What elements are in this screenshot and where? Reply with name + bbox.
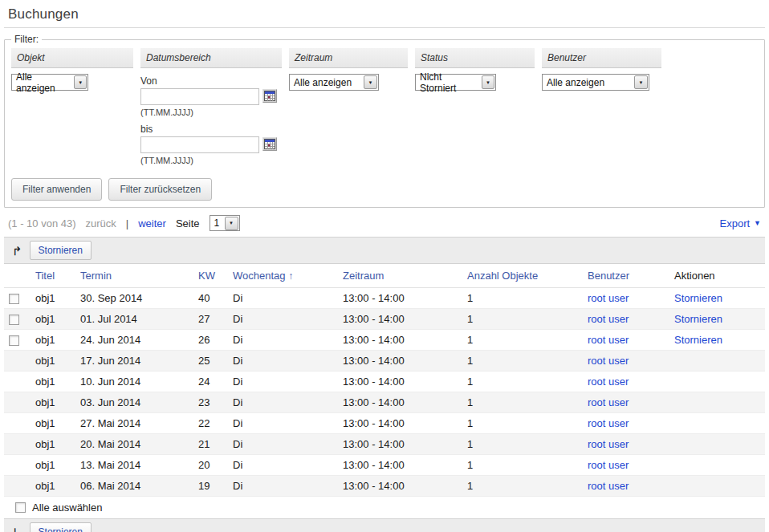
cell-anzahl: 1 xyxy=(462,330,583,351)
benutzer-link[interactable]: root user xyxy=(588,438,629,450)
table-row: obj1 17. Jun 2014 25 Di 13:00 - 14:00 1 … xyxy=(4,351,765,372)
cell-checkbox xyxy=(4,288,31,309)
benutzer-link[interactable]: root user xyxy=(588,459,629,471)
calendar-icon[interactable] xyxy=(262,137,277,151)
cell-checkbox xyxy=(4,372,31,392)
header-benutzer[interactable]: Benutzer xyxy=(583,264,669,288)
cell-titel: obj1 xyxy=(31,330,75,351)
status-select[interactable]: Nicht Storniert ▼ xyxy=(415,74,496,91)
objekt-select-value: Alle anzeigen xyxy=(16,71,69,94)
cell-zeitraum: 13:00 - 14:00 xyxy=(338,330,462,351)
select-all-checkbox[interactable] xyxy=(15,502,26,513)
header-checkbox-spacer xyxy=(4,264,31,288)
cell-benutzer: root user xyxy=(583,413,669,434)
filter-apply-button[interactable]: Filter anwenden xyxy=(11,178,102,201)
row-stornieren-link[interactable]: Stornieren xyxy=(674,292,722,304)
zeitraum-select[interactable]: Alle anzeigen ▼ xyxy=(289,74,379,91)
stornieren-bottom-button[interactable]: Stornieren xyxy=(30,522,92,532)
pagination-separator: | xyxy=(126,217,128,229)
filter-col-zeitraum-header: Zeitraum xyxy=(289,48,408,68)
benutzer-select-value: Alle anzeigen xyxy=(547,77,604,88)
date-from-input[interactable] xyxy=(140,88,259,105)
page-title: Buchungen xyxy=(8,6,761,22)
filter-col-benutzer: Benutzer Alle anzeigen ▼ xyxy=(542,48,661,91)
filter-col-status: Status Nicht Storniert ▼ xyxy=(415,48,535,91)
chevron-down-icon: ▼ xyxy=(74,75,87,89)
benutzer-link[interactable]: root user xyxy=(588,334,629,346)
date-to-input[interactable] xyxy=(140,136,259,153)
calendar-icon[interactable] xyxy=(262,89,277,103)
cell-checkbox xyxy=(4,413,31,434)
cell-titel: obj1 xyxy=(31,455,75,476)
benutzer-link[interactable]: root user xyxy=(588,313,629,325)
select-all-label: Alle auswählen xyxy=(32,502,102,514)
table-row: obj1 27. Mai 2014 22 Di 13:00 - 14:00 1 … xyxy=(4,413,765,434)
benutzer-link[interactable]: root user xyxy=(588,355,629,367)
filter-col-zeitraum: Zeitraum Alle anzeigen ▼ xyxy=(289,48,408,91)
apply-to-selection-top-icon: ↱ xyxy=(12,245,22,257)
cell-benutzer: root user xyxy=(583,351,669,372)
date-to-format-hint: (TT.MM.JJJJ) xyxy=(140,156,282,165)
cell-anzahl: 1 xyxy=(462,288,583,309)
bookings-table-block: ↱ Stornieren Titel Termin KW Wochentag ↑ xyxy=(4,237,765,532)
filter-columns: Objekt Alle anzeigen ▼ Datumsbereich Von xyxy=(11,48,758,170)
cell-wochentag: Di xyxy=(228,413,338,434)
header-zeitraum[interactable]: Zeitraum xyxy=(338,264,462,288)
cell-benutzer: root user xyxy=(583,330,669,351)
date-from-label: Von xyxy=(140,75,282,87)
benutzer-link[interactable]: root user xyxy=(588,396,629,408)
filter-reset-button[interactable]: Filter zurücksetzen xyxy=(108,178,212,201)
cell-benutzer: root user xyxy=(583,434,669,455)
row-checkbox[interactable] xyxy=(9,315,19,325)
filter-col-objekt-header: Objekt xyxy=(11,48,133,68)
cell-titel: obj1 xyxy=(31,288,75,309)
header-anzahl-objekte[interactable]: Anzahl Objekte xyxy=(462,264,583,288)
cell-termin: 01. Jul 2014 xyxy=(75,309,193,330)
pagination-next-link[interactable]: weiter xyxy=(138,217,166,229)
row-stornieren-link[interactable]: Stornieren xyxy=(674,313,722,325)
cell-titel: obj1 xyxy=(31,413,75,434)
table-body: obj1 30. Sep 2014 40 Di 13:00 - 14:00 1 … xyxy=(4,288,765,497)
page-select[interactable]: 1 ▼ xyxy=(210,215,240,231)
benutzer-link[interactable]: root user xyxy=(588,376,629,388)
chevron-down-icon: ▼ xyxy=(364,75,377,89)
cell-wochentag: Di xyxy=(228,455,338,476)
table-header-row: Titel Termin KW Wochentag ↑ Zeitraum Anz… xyxy=(4,264,765,288)
chevron-down-icon: ▼ xyxy=(634,75,648,89)
cell-aktionen xyxy=(669,434,765,455)
cell-benutzer: root user xyxy=(583,392,669,413)
header-kw[interactable]: KW xyxy=(193,264,228,288)
cell-benutzer: root user xyxy=(583,455,669,476)
header-wochentag[interactable]: Wochentag ↑ xyxy=(228,264,338,288)
date-from-format-hint: (TT.MM.JJJJ) xyxy=(140,108,282,117)
benutzer-link[interactable]: root user xyxy=(588,417,629,429)
select-all-row: Alle auswählen xyxy=(4,497,765,518)
cell-checkbox xyxy=(4,455,31,476)
apply-to-selection-bottom-icon: ↳ xyxy=(12,526,22,532)
header-termin[interactable]: Termin xyxy=(75,264,193,288)
row-stornieren-link[interactable]: Stornieren xyxy=(674,334,722,346)
objekt-select[interactable]: Alle anzeigen ▼ xyxy=(11,74,88,91)
table-row: obj1 01. Jul 2014 27 Di 13:00 - 14:00 1 … xyxy=(4,309,765,330)
cell-checkbox xyxy=(4,330,31,351)
filter-buttons: Filter anwenden Filter zurücksetzen xyxy=(11,178,758,201)
cell-kw: 22 xyxy=(193,413,228,434)
export-menu[interactable]: Export ▼ xyxy=(720,217,762,229)
filter-col-datumsbereich: Datumsbereich Von (TT.MM.JJJJ) bis xyxy=(140,48,282,170)
benutzer-link[interactable]: root user xyxy=(588,292,629,304)
cell-benutzer: root user xyxy=(583,372,669,392)
cell-anzahl: 1 xyxy=(462,434,583,455)
export-label: Export xyxy=(720,217,751,229)
benutzer-select[interactable]: Alle anzeigen ▼ xyxy=(542,74,649,91)
chevron-down-icon: ▼ xyxy=(482,75,494,89)
row-checkbox[interactable] xyxy=(9,294,19,304)
header-titel[interactable]: Titel xyxy=(31,264,75,288)
cell-anzahl: 1 xyxy=(462,455,583,476)
cell-termin: 30. Sep 2014 xyxy=(75,288,193,309)
stornieren-top-button[interactable]: Stornieren xyxy=(30,241,92,260)
row-checkbox[interactable] xyxy=(9,335,19,346)
cell-kw: 25 xyxy=(193,351,228,372)
cell-checkbox xyxy=(4,351,31,372)
benutzer-link[interactable]: root user xyxy=(588,480,629,492)
cell-checkbox xyxy=(4,392,31,413)
